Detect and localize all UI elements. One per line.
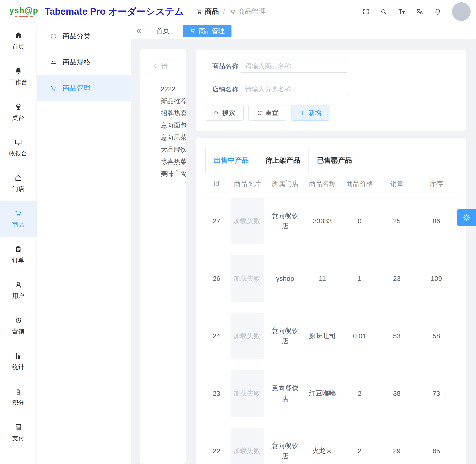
table-row[interactable]: 27 加载失败 意向餐饮店 33333 0 25 86 [205, 193, 457, 250]
table-row[interactable]: 26 加载失败 yshop 11 1 23 109 [205, 250, 457, 307]
cart-icon [14, 209, 23, 218]
tag-icon [14, 387, 23, 396]
search-icon [213, 110, 219, 116]
sidebar-item-payment[interactable]: 支付 [0, 415, 37, 451]
breadcrumb: 商品 / 商品管理 [196, 7, 266, 16]
sidebar-item-goods[interactable]: 商品 [0, 201, 37, 237]
submenu-collapse-button[interactable] [135, 27, 143, 35]
cell-name: 11 [319, 275, 326, 282]
table-body: 27 加载失败 意向餐饮店 33333 0 25 86 26 加载失败 ysho… [205, 193, 457, 464]
logo-text: ysh@p [9, 6, 38, 15]
sidebar-item-orders[interactable]: 订单 [0, 237, 37, 272]
sidebar-item-marketing[interactable]: 营销 [0, 308, 37, 344]
table-column-header: 商品图片 [234, 179, 261, 188]
cell-id: 22 [213, 447, 220, 455]
cart-icon [229, 8, 236, 15]
cell-store: 意向餐饮店 [269, 383, 301, 404]
cell-price: 0.01 [353, 332, 366, 340]
table-column-header: 商品名称 [309, 179, 336, 188]
dessert-icon [14, 103, 23, 111]
cell-id: 23 [213, 390, 220, 397]
sidebar-item-stats[interactable]: 统计 [0, 344, 37, 379]
cell-price: 1 [358, 275, 361, 282]
reset-button[interactable]: 重置 [248, 105, 286, 121]
product-image-placeholder: 加载失败 [231, 255, 264, 302]
cell-price: 2 [358, 390, 361, 397]
image-load-failed-text: 加载失败 [233, 216, 260, 226]
category-item[interactable]: 大品牌饮 [140, 144, 186, 156]
product-tab-sold-out[interactable]: 已售罄产品 [309, 148, 360, 173]
translate-icon[interactable] [416, 8, 424, 16]
category-item[interactable]: 新品推荐 [140, 95, 186, 107]
product-table: id 商品图片 所属门店 商品名称 商品价格 销量 库存 27 加载失败 意向餐… [205, 175, 457, 464]
sidebar-item-home[interactable]: 首页 [0, 23, 37, 59]
table-row[interactable]: 22 加载失败 意向餐饮店 火龙果 2 29 85 [205, 422, 457, 464]
breadcrumb-separator: / [223, 8, 225, 16]
tab-goods-management[interactable]: 商品管理 [183, 25, 231, 37]
avatar[interactable] [452, 2, 471, 21]
sidebar-item-workbench[interactable]: 工作台 [0, 59, 37, 95]
cell-store: 意向餐饮店 [269, 441, 301, 461]
home-filled-icon [14, 31, 23, 40]
category-search-box[interactable] [150, 59, 176, 73]
product-tab-pending[interactable]: 待上架产品 [257, 148, 309, 173]
submenu-item-spec[interactable]: 商品规格 [37, 49, 131, 75]
cell-stock: 86 [432, 217, 440, 225]
product-image-placeholder: 加载失败 [231, 313, 264, 359]
table-column-header: 销量 [390, 179, 404, 188]
font-size-icon[interactable] [398, 8, 406, 16]
sidebar-item-stores[interactable]: 门店 [0, 166, 37, 201]
cell-sales: 38 [393, 390, 400, 397]
table-header-row: id 商品图片 所属门店 商品名称 商品价格 销量 库存 [205, 175, 457, 193]
sidebar-item-users[interactable]: 用户 [0, 272, 37, 308]
logo[interactable]: ysh@p [9, 6, 38, 17]
add-button[interactable]: 新增 [292, 105, 329, 121]
cell-price: 2 [358, 447, 361, 455]
gear-icon [462, 213, 471, 222]
submenu-item-manage[interactable]: 商品管理 [37, 75, 131, 101]
cell-store: 意向餐饮店 [269, 326, 301, 347]
product-name-input[interactable] [240, 59, 348, 73]
plus-icon [300, 110, 306, 116]
cell-id: 24 [213, 332, 220, 340]
fullscreen-icon[interactable] [362, 8, 370, 15]
store-name-label: 店铺名称 [212, 83, 240, 96]
category-item[interactable]: 招牌热卖 [140, 107, 186, 119]
search-icon [153, 63, 159, 69]
chart-icon [14, 352, 23, 360]
category-list: 2222 新品推荐 招牌热卖 意向面包 意向果茶 大品牌饮 惊喜热菜 美味主食 [140, 83, 186, 180]
store-name-input[interactable] [240, 83, 348, 96]
table-row[interactable]: 24 加载失败 意向餐饮店 原味吐司 0.01 53 58 [205, 307, 457, 365]
image-load-failed-text: 加载失败 [233, 331, 260, 341]
sidebar-item-points[interactable]: 积分 [0, 379, 37, 415]
category-item[interactable]: 2222 [140, 83, 186, 95]
cell-id: 27 [213, 217, 220, 225]
search-icon[interactable] [380, 8, 387, 15]
cell-price: 0 [358, 217, 361, 225]
tab-home[interactable]: 首页 [150, 25, 176, 37]
category-item[interactable]: 意向果茶 [140, 131, 186, 144]
cell-store: 意向餐饮店 [269, 211, 301, 232]
category-item[interactable]: 意向面包 [140, 119, 186, 131]
category-item[interactable]: 美味主食 [140, 168, 186, 180]
cell-sales: 25 [393, 217, 400, 225]
sidebar-item-cashier[interactable]: 收银台 [0, 130, 37, 166]
notification-bell-icon[interactable] [434, 8, 442, 16]
table-row[interactable]: 23 加载失败 意向餐饮店 红豆嘟嘟 2 38 73 [205, 365, 457, 422]
product-status-tabs: 出售中产品 待上架产品 已售罄产品 [205, 148, 457, 173]
filter-form-card: 商品名称 店铺名称 搜索 重置 新增 [196, 49, 466, 131]
cell-sales: 53 [393, 332, 400, 340]
breadcrumb-level2[interactable]: 商品管理 [229, 7, 266, 16]
home-outline-icon [14, 174, 23, 182]
product-tab-on-sale[interactable]: 出售中产品 [205, 148, 257, 173]
clipboard-icon [14, 245, 23, 253]
settings-flyout-button[interactable] [457, 209, 476, 226]
category-search-input[interactable] [161, 63, 172, 70]
refresh-icon [257, 110, 263, 116]
submenu-item-category[interactable]: 商品分类 [37, 23, 131, 49]
breadcrumb-level1[interactable]: 商品 [196, 7, 219, 16]
cell-id: 26 [213, 275, 220, 282]
search-button[interactable]: 搜索 [205, 105, 244, 121]
sidebar-item-tables[interactable]: 桌台 [0, 95, 37, 130]
category-item[interactable]: 惊喜热菜 [140, 156, 186, 168]
